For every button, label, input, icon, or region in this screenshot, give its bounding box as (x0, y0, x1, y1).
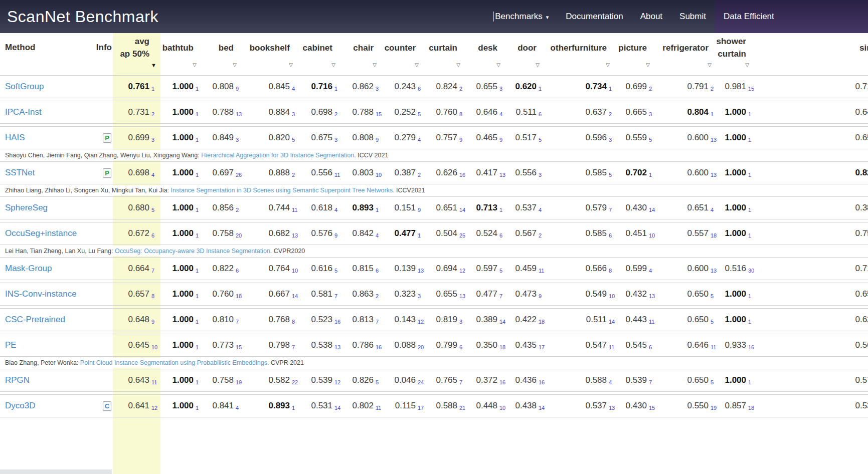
info-badge[interactable]: P (103, 133, 111, 143)
info-badge[interactable]: C (103, 401, 111, 411)
column-header-picture[interactable]: picture ▽ (618, 34, 658, 71)
sort-icon[interactable]: ▽ (205, 61, 245, 71)
score-cell-curtain: 0.65114 (427, 203, 468, 213)
method-link[interactable]: IPCA-Inst (5, 107, 42, 117)
method-link[interactable]: SSTNet (5, 168, 35, 177)
column-header-bookshelf[interactable]: bookshelf ▽ (245, 34, 301, 71)
top-navigation-bar: ScanNet Benchmark Benchmarks ▾ Documenta… (0, 0, 868, 33)
column-header-counter[interactable]: counter ▽ (385, 34, 427, 71)
info-badge[interactable]: P (103, 168, 111, 178)
app-title[interactable]: ScanNet Benchmark (0, 8, 158, 26)
header-label: bathtub (162, 42, 194, 54)
score-cell-desk: 0.6464 (468, 107, 508, 117)
score-cell-door: 0.5672 (508, 228, 548, 239)
score-cell-chair: 0.8156 (343, 264, 385, 274)
column-header-refrigerator[interactable]: refrigerator ▽ (658, 34, 720, 71)
column-header-bathtub[interactable]: bathtub ▽ (160, 34, 205, 71)
score-cell-avg: 0.64112 (113, 401, 160, 411)
column-header-door[interactable]: door ▽ (508, 34, 548, 71)
score-cell-desk: 0.44810 (468, 401, 508, 411)
score-cell-avg: 0.64510 (113, 340, 160, 350)
info-cell: P (93, 168, 113, 178)
score-cell-chair: 0.8931 (343, 203, 385, 213)
sort-icon[interactable]: ▽ (427, 61, 468, 71)
sort-icon[interactable]: ▽ (548, 61, 618, 71)
column-header-chair[interactable]: chair ▽ (343, 34, 385, 71)
sort-icon[interactable]: ▽ (245, 61, 301, 71)
score-cell-picture: 0.45110 (618, 228, 658, 239)
score-cell-counter: 0.11517 (385, 401, 427, 411)
score-cell-otherfurniture: 0.5797 (548, 203, 618, 213)
score-cell-refrigerator: 0.55019 (658, 401, 720, 411)
score-cell-sink: 0.577 (757, 375, 868, 385)
method-link[interactable]: PE (5, 340, 17, 350)
citation-paper-link[interactable]: Instance Segmentation in 3D Scenes using… (171, 187, 395, 194)
score-cell-door: 0.43517 (508, 340, 548, 350)
column-header-otherfurniture[interactable]: otherfurniture ▽ (548, 34, 618, 71)
sort-icon[interactable]: ▽ (720, 61, 757, 71)
score-cell-sink: 0.644 (757, 107, 868, 117)
score-cell-chair: 0.8632 (343, 289, 385, 299)
sort-icon[interactable]: ▽ (618, 61, 658, 71)
column-header-shower-curtain[interactable]: shower curtain ▽ (720, 34, 757, 71)
nav-tab-data-efficient[interactable]: Data Efficient (715, 0, 868, 33)
method-link[interactable]: Mask-Group (5, 264, 52, 273)
sort-icon[interactable]: ▽ (301, 61, 343, 71)
score-cell-bed: 0.75820 (205, 228, 245, 239)
column-header-cabinet[interactable]: cabinet ▽ (301, 34, 343, 71)
sort-icon[interactable]: ▽ (508, 61, 548, 71)
score-cell-avg: 0.6805 (113, 203, 160, 213)
citation-paper-link[interactable]: Point Cloud Instance Segmentation using … (80, 359, 269, 366)
nav-submit[interactable]: Submit (671, 0, 715, 33)
citation-paper-link[interactable]: Hierarchical Aggregation for 3D Instance… (201, 152, 354, 159)
score-cell-bathtub: 1.0001 (160, 203, 205, 213)
sort-icon[interactable]: ▽ (468, 61, 508, 71)
method-link[interactable]: CSC-Pretrained (5, 315, 65, 324)
score-cell-door: 0.5116 (508, 107, 548, 117)
score-cell-bookshelf: 0.8454 (245, 82, 301, 92)
header-label: shower (716, 35, 746, 48)
table-row: OccuSeg+instance 0.67261.00010.758200.68… (0, 222, 868, 245)
method-link[interactable]: Dyco3D (5, 401, 35, 410)
header-label-line2: ap 50% (120, 48, 149, 60)
sort-icon[interactable]: ▽ (385, 61, 427, 71)
nav-benchmarks[interactable]: Benchmarks ▾ (485, 0, 557, 33)
method-link[interactable]: HAIS (5, 133, 25, 142)
column-header-curtain[interactable]: curtain ▽ (427, 34, 468, 71)
score-cell-bookshelf: 0.74411 (245, 203, 301, 213)
score-cell-desk: 0.5246 (468, 228, 508, 239)
score-cell-counter: 0.3872 (385, 168, 427, 178)
score-cell-curtain: 0.50425 (427, 228, 468, 239)
score-cell-refrigerator: 0.64611 (658, 340, 720, 350)
score-cell-counter: 0.3233 (385, 289, 427, 299)
method-link[interactable]: SphereSeg (5, 203, 48, 212)
method-link[interactable]: SoftGroup (5, 82, 44, 91)
method-link[interactable]: OccuSeg+instance (5, 228, 77, 238)
score-cell-bookshelf: 0.8931 (245, 401, 301, 411)
score-cell-bed: 0.78813 (205, 107, 245, 117)
text-cursor (493, 12, 494, 22)
sort-icon[interactable]: ▽ (343, 61, 385, 71)
score-cell-chair: 0.78616 (343, 340, 385, 350)
sort-icon[interactable]: ▽ (757, 61, 868, 71)
method-link[interactable]: RPGN (5, 375, 30, 385)
score-cell-avg: 0.7312 (113, 107, 160, 117)
score-cell-otherfurniture: 0.51114 (548, 315, 618, 325)
nav-data-efficient-label: Data Efficient (724, 12, 774, 22)
citation-paper-link[interactable]: OccuSeg: Occupancy-aware 3D Instance Seg… (115, 248, 272, 255)
nav-documentation[interactable]: Documentation (557, 0, 631, 33)
sort-icon[interactable]: ▽ (160, 61, 205, 71)
score-cell-sink: 0.824 (757, 168, 868, 178)
score-cell-bookshelf: 0.7688 (245, 315, 301, 325)
method-link[interactable]: INS-Conv-instance (5, 289, 77, 299)
table-row: RPGN 0.643111.00010.758190.582220.539120… (0, 369, 868, 392)
sort-icon[interactable]: ▽ (658, 61, 720, 71)
sort-descending-icon[interactable]: ▼ (113, 61, 160, 71)
score-cell-bookshelf: 0.66714 (245, 289, 301, 299)
nav-about[interactable]: About (632, 0, 671, 33)
column-header-bed[interactable]: bed ▽ (205, 34, 245, 71)
score-cell-avg: 0.6647 (113, 264, 160, 274)
column-header-desk[interactable]: desk ▽ (468, 34, 508, 71)
column-header-sink[interactable]: sink ▽ (757, 34, 868, 71)
column-header-avg-ap50[interactable]: avg ap 50% ▼ (113, 34, 160, 71)
